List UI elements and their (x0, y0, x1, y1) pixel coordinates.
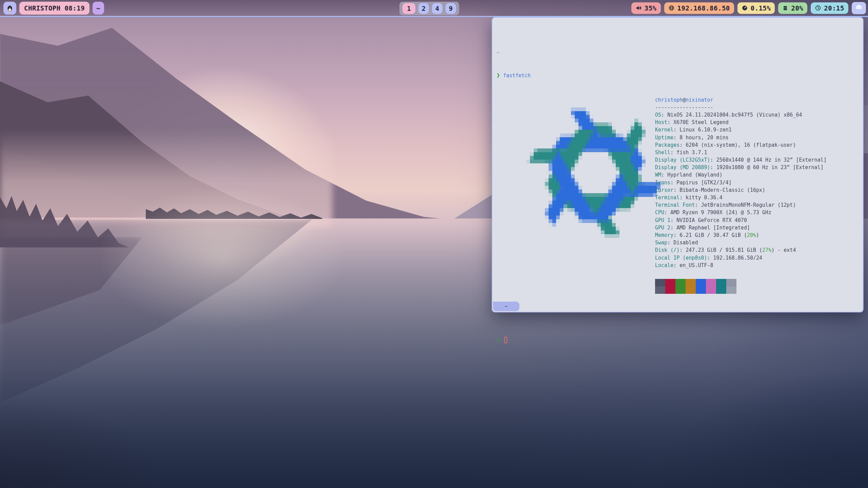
fetch-line: GPU 1: NVIDIA GeForce RTX 4070 (655, 217, 827, 224)
fetch-line: Shell: fish 3.7.1 (655, 149, 827, 156)
status-bar: CHRISTOPH 08:19 ~ 1249 35%192.168.86.500… (0, 0, 868, 17)
gauge-icon (742, 5, 748, 11)
palette-swatch (675, 279, 686, 286)
palette-swatch (716, 286, 726, 294)
window-title-label: ~ (96, 4, 100, 12)
palette-swatch (686, 286, 696, 294)
fetch-line: Cursor: Bibata-Modern-Classic (16px) (655, 186, 827, 194)
module-value: 20:15 (824, 4, 844, 12)
prompt-cwd: ~ (496, 49, 862, 56)
fetch-line: Memory: 6.21 GiB / 30.47 GiB (20%) (655, 231, 827, 239)
clock-module[interactable]: 20:15 (811, 2, 848, 14)
terminal-tab[interactable]: ~ (493, 302, 519, 311)
nixos-logo-canvas (526, 104, 664, 242)
terminal-content: ~ ❯ fastfetch christoph@nixinator-------… (496, 18, 862, 302)
palette-swatch (675, 286, 686, 294)
fetch-line: Local IP (enp8s0): 192.168.86.50/24 (655, 254, 827, 262)
workspace-9[interactable]: 9 (446, 3, 456, 14)
terminal-cursor (504, 337, 507, 343)
fetch-line: Display (MD 20889): 1920x1080 @ 60 Hz in… (655, 164, 827, 171)
prompt-line-2: ❯ (496, 336, 862, 344)
module-value: 0.15% (751, 4, 771, 12)
fetch-line: CPU: AMD Ryzen 9 7900X (24) @ 5.73 GHz (655, 209, 827, 216)
nixos-logo (502, 96, 640, 294)
palette-swatch (655, 286, 665, 294)
terminal-window: ~ ❯ fastfetch christoph@nixinator-------… (492, 17, 864, 312)
fetch-line: Kernel: Linux 6.10.9-zen1 (655, 126, 827, 134)
palette-swatch (716, 279, 726, 286)
fetch-line: Disk (/): 247.23 GiB / 915.81 GiB (27%) … (655, 246, 827, 254)
palette-swatch (665, 279, 675, 286)
palette-swatch (726, 286, 736, 294)
fetch-line: GPU 2: AMD Raphael [Integrated] (655, 224, 827, 231)
command-text: fastfetch (503, 73, 531, 79)
terminal-tab-bar: ~ (493, 302, 519, 311)
fetch-line: Terminal: kitty 0.36.4 (655, 194, 827, 201)
workspace-1[interactable]: 1 (402, 3, 415, 14)
fetch-line: Uptime: 8 hours, 20 mins (655, 134, 827, 141)
palette-swatch (706, 279, 716, 286)
fastfetch-output: christoph@nixinator-------------------OS… (496, 96, 862, 294)
palette-swatch (686, 279, 696, 286)
fetch-line: Locale: en_US.UTF-8 (655, 262, 827, 269)
network-module[interactable]: 192.168.86.50 (664, 2, 734, 14)
fetch-line: christoph@nixinator (655, 96, 827, 104)
memory-icon (782, 5, 788, 11)
status-bar-left: CHRISTOPH 08:19 ~ (3, 0, 104, 16)
fetch-line: ------------------- (655, 104, 827, 111)
gauge-module[interactable]: 0.15% (737, 2, 775, 14)
workspace-switcher: 1249 (399, 2, 459, 15)
clock-icon (815, 5, 821, 11)
palette-swatch (696, 279, 706, 286)
module-value: 35% (645, 4, 657, 12)
memory-module[interactable]: 20% (778, 2, 807, 14)
workspace-2[interactable]: 2 (418, 3, 429, 14)
palette-swatch (706, 286, 716, 294)
fetch-line: Host: X670E Steel Legend (655, 119, 827, 126)
status-bar-right: 35%192.168.86.500.15%20%20:15 (631, 0, 866, 16)
user-clock-label: CHRISTOPH 08:19 (24, 4, 85, 12)
fetch-line: WM: Hyprland (Wayland) (655, 171, 827, 179)
prompt-arrow-2: ❯ (496, 336, 500, 343)
volume-module[interactable]: 35% (631, 2, 661, 14)
volume-icon (635, 5, 642, 11)
prompt-arrow: ❯ (496, 72, 500, 79)
palette-swatch (726, 279, 736, 286)
workspace-4[interactable]: 4 (432, 3, 442, 14)
palette-swatch (696, 286, 706, 294)
module-value: 20% (791, 4, 803, 12)
palette-swatch (665, 286, 675, 294)
fetch-line: Terminal Font: JetBrainsMonoNFM-Regular … (655, 201, 827, 209)
launcher-button[interactable] (3, 2, 16, 15)
prompt-cwd-2: ~ (496, 313, 862, 321)
fetch-line: Packages: 6204 (nix-system), 16 (flatpak… (655, 141, 827, 149)
window-title-module[interactable]: ~ (93, 2, 104, 15)
fastfetch-info: christoph@nixinator-------------------OS… (655, 96, 827, 294)
prompt-line: ❯ fastfetch (496, 72, 862, 79)
tux-icon (6, 4, 14, 12)
discord-icon (854, 4, 863, 13)
fetch-line: Swap: Disabled (655, 239, 827, 246)
fetch-line: Icons: Papirus [GTK2/3/4] (655, 179, 827, 186)
network-icon (668, 5, 675, 11)
palette-swatch (655, 279, 665, 286)
fetch-line: Display (LC32G5xT): 868x488 @ 144 Hz i… (655, 156, 827, 164)
fetch-line: OS: NixOS 24.11.20241004.bc947f5 (Vicuna… (655, 111, 827, 119)
module-value: 192.168.86.50 (677, 4, 730, 12)
tray-discord[interactable] (852, 2, 866, 14)
color-palette (655, 279, 827, 294)
user-clock-module[interactable]: CHRISTOPH 08:19 (19, 2, 90, 15)
